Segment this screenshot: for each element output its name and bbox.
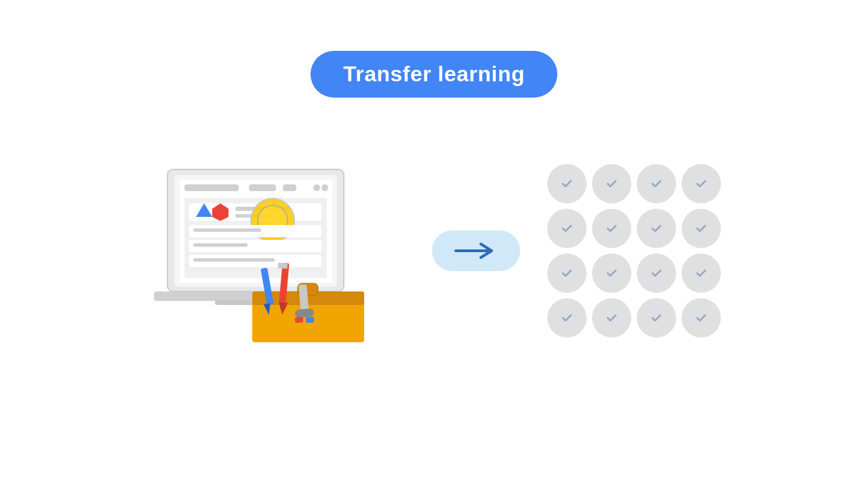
svg-point-40 [692, 175, 710, 192]
svg-rect-4 [249, 184, 276, 191]
svg-point-39 [648, 175, 665, 192]
check-circle [637, 209, 676, 248]
svg-rect-5 [283, 184, 296, 191]
svg-rect-30 [278, 262, 288, 268]
checkmark-grid [547, 164, 721, 338]
svg-point-48 [692, 264, 710, 282]
title-text: Transfer learning [343, 62, 525, 86]
svg-point-7 [321, 184, 328, 191]
check-circle [547, 253, 587, 293]
svg-rect-3 [184, 184, 239, 191]
svg-point-41 [558, 220, 576, 237]
main-content [0, 149, 868, 352]
page-wrapper: Transfer learning [0, 0, 868, 488]
svg-point-42 [603, 220, 620, 237]
svg-rect-21 [193, 258, 275, 262]
arrow-button [432, 230, 520, 271]
check-circle [547, 209, 587, 248]
svg-point-6 [313, 184, 320, 191]
check-circle [592, 298, 631, 338]
svg-point-46 [603, 264, 620, 282]
svg-point-51 [648, 309, 665, 327]
check-circle [682, 253, 721, 293]
check-circle [592, 164, 631, 203]
check-circle [682, 298, 721, 338]
svg-point-37 [558, 175, 576, 192]
svg-point-43 [648, 220, 665, 237]
laptop-box-illustration [147, 149, 405, 352]
svg-point-44 [692, 220, 710, 237]
arrow-icon [452, 241, 500, 261]
svg-point-49 [558, 309, 576, 327]
check-circle [592, 209, 631, 248]
svg-rect-17 [193, 228, 261, 232]
svg-rect-34 [295, 317, 304, 323]
svg-point-50 [603, 309, 620, 327]
title-badge: Transfer learning [311, 51, 557, 98]
check-circle [637, 298, 676, 338]
svg-point-52 [692, 309, 710, 327]
check-circle [682, 164, 721, 203]
svg-rect-35 [306, 317, 315, 323]
svg-point-38 [603, 175, 620, 192]
svg-point-45 [558, 264, 576, 282]
check-circle [637, 253, 676, 293]
check-circle [547, 164, 587, 203]
check-circle [592, 253, 631, 293]
laptop-box-svg [147, 149, 405, 352]
svg-point-47 [648, 264, 665, 282]
check-circle [547, 298, 587, 338]
svg-rect-19 [193, 243, 248, 247]
check-circle [637, 164, 676, 203]
check-circle [682, 209, 721, 248]
